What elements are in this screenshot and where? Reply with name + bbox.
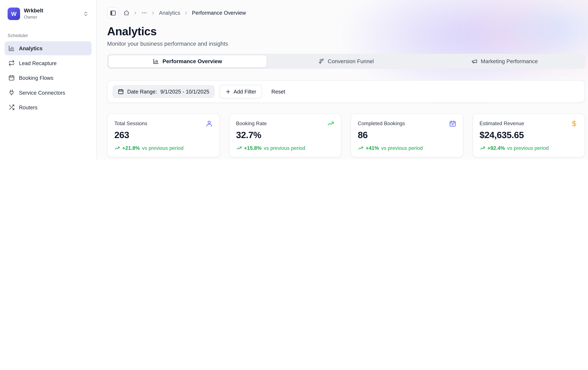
calendar-icon bbox=[8, 75, 15, 81]
plus-icon bbox=[225, 89, 231, 94]
stat-delta: +41% vs previous period bbox=[358, 145, 456, 151]
stat-card-booking-rate: Booking Rate 32.7% +15.8% vs previous pe… bbox=[229, 113, 342, 157]
reset-button[interactable]: Reset bbox=[267, 85, 290, 98]
sidebar-item-label: Booking Flows bbox=[19, 75, 53, 81]
stat-card-completed-bookings: Completed Bookings 86 +41% vs previous p… bbox=[351, 113, 463, 157]
sidebar-section-label: Scheduler bbox=[8, 33, 89, 38]
page-subtitle: Monitor your business performance and in… bbox=[107, 41, 584, 47]
stat-delta: +15.8% vs previous period bbox=[236, 145, 334, 151]
megaphone-icon bbox=[471, 58, 477, 64]
shuffle-icon bbox=[8, 104, 15, 110]
repeat-icon bbox=[8, 60, 15, 66]
trending-up-icon bbox=[114, 145, 120, 151]
stat-card-total-sessions: Total Sessions 263 +21.8% vs previous pe… bbox=[107, 113, 220, 157]
chevron-right-icon bbox=[184, 10, 189, 15]
stat-card-estimated-revenue: Estimated Revenue $24,635.65 +92.4% vs p… bbox=[472, 113, 585, 157]
trending-up-icon bbox=[480, 145, 485, 151]
bar-chart-icon bbox=[8, 45, 15, 51]
breadcrumb-current: Performance Overview bbox=[192, 10, 246, 16]
stat-delta: +92.4% vs previous period bbox=[480, 145, 578, 151]
stat-label: Total Sessions bbox=[114, 121, 147, 126]
tab-performance-overview[interactable]: Performance Overview bbox=[108, 55, 267, 68]
stat-cards: Total Sessions 263 +21.8% vs previous pe… bbox=[107, 113, 585, 157]
stat-label: Booking Rate bbox=[236, 121, 267, 126]
tab-label: Conversion Funnel bbox=[328, 58, 374, 64]
chevrons-up-down-icon bbox=[83, 11, 89, 17]
filter-bar: Date Range: 9/1/2025 - 10/1/2025 Add Fil… bbox=[107, 80, 585, 103]
analytics-tabs: Performance Overview Conversion Funnel M… bbox=[107, 54, 585, 69]
main-content: Analytics Performance Overview Analytics… bbox=[96, 0, 588, 160]
plug-icon bbox=[8, 89, 15, 96]
date-range-label: Date Range: bbox=[127, 88, 157, 94]
tab-conversion-funnel[interactable]: Conversion Funnel bbox=[267, 55, 425, 68]
stat-value: 86 bbox=[358, 130, 456, 140]
add-filter-button[interactable]: Add Filter bbox=[220, 85, 262, 98]
breadcrumb-ellipsis-icon[interactable] bbox=[141, 10, 147, 16]
date-range-value: 9/1/2025 - 10/1/2025 bbox=[160, 88, 210, 94]
sidebar-item-booking-flows[interactable]: Booking Flows bbox=[5, 71, 92, 85]
sidebar-item-service-connectors[interactable]: Service Connectors bbox=[5, 85, 92, 100]
sidebar-item-label: Service Connectors bbox=[19, 89, 65, 95]
sidebar-nav: Analytics Lead Recapture Booking Flows S… bbox=[0, 41, 96, 114]
breadcrumb: Analytics Performance Overview bbox=[107, 7, 584, 19]
tab-label: Performance Overview bbox=[163, 58, 222, 64]
stat-value: 263 bbox=[114, 130, 213, 140]
date-range-filter[interactable]: Date Range: 9/1/2025 - 10/1/2025 bbox=[112, 85, 215, 98]
workspace-logo: W bbox=[8, 8, 20, 20]
stat-value: 32.7% bbox=[236, 130, 334, 140]
tab-label: Marketing Performance bbox=[481, 58, 538, 64]
sidebar: W Wrkbelt Owner Scheduler Analytics bbox=[0, 0, 96, 160]
home-icon[interactable] bbox=[124, 10, 129, 16]
user-icon bbox=[205, 120, 213, 127]
sidebar-item-label: Lead Recapture bbox=[19, 60, 57, 66]
trending-up-icon bbox=[358, 145, 364, 151]
workspace-name: Wrkbelt bbox=[24, 8, 43, 14]
stat-label: Completed Bookings bbox=[358, 121, 405, 126]
tab-marketing-performance[interactable]: Marketing Performance bbox=[425, 55, 584, 68]
workspace-switcher[interactable]: W Wrkbelt Owner bbox=[5, 5, 92, 23]
sidebar-toggle-button[interactable] bbox=[107, 7, 119, 19]
chevron-right-icon bbox=[151, 10, 156, 15]
dollar-icon bbox=[570, 120, 578, 127]
bar-chart-icon bbox=[153, 58, 159, 64]
stat-value: $24,635.65 bbox=[480, 130, 578, 140]
sidebar-item-lead-recapture[interactable]: Lead Recapture bbox=[5, 56, 92, 70]
page-title: Analytics bbox=[107, 25, 584, 38]
sidebar-item-routers[interactable]: Routers bbox=[5, 100, 92, 114]
stat-label: Estimated Revenue bbox=[480, 121, 524, 126]
trending-up-icon bbox=[327, 120, 334, 127]
workspace-role: Owner bbox=[24, 14, 43, 20]
app-window: W Wrkbelt Owner Scheduler Analytics bbox=[0, 0, 588, 160]
funnel-icon bbox=[318, 58, 324, 64]
sidebar-item-label: Analytics bbox=[19, 45, 42, 51]
sidebar-item-analytics[interactable]: Analytics bbox=[5, 41, 92, 55]
calendar-icon bbox=[118, 88, 124, 94]
sidebar-item-label: Routers bbox=[19, 104, 38, 110]
trending-up-icon bbox=[236, 145, 242, 151]
breadcrumb-link-analytics[interactable]: Analytics bbox=[159, 10, 180, 16]
stat-delta: +21.8% vs previous period bbox=[114, 145, 213, 151]
chevron-right-icon bbox=[133, 10, 138, 15]
calendar-check-icon bbox=[449, 120, 456, 127]
add-filter-label: Add Filter bbox=[234, 88, 256, 94]
